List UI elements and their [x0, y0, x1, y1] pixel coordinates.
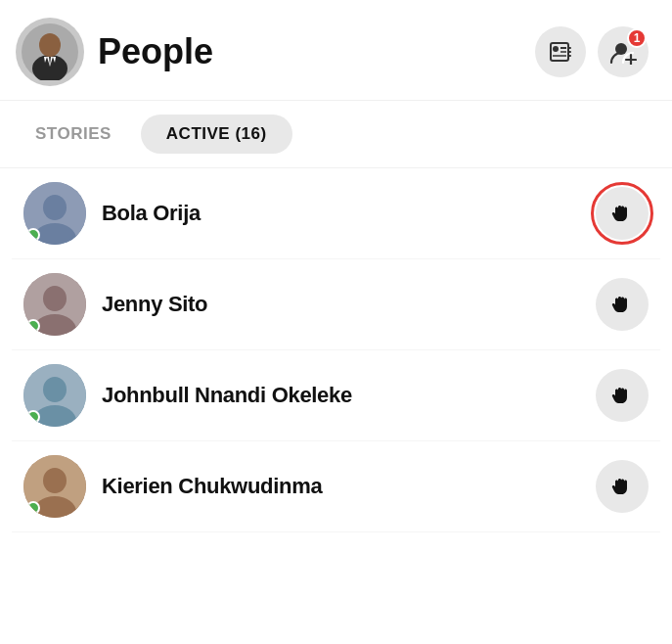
header-avatar: [16, 18, 84, 86]
header-actions: 1: [535, 26, 649, 77]
svg-rect-13: [568, 51, 571, 53]
tab-stories[interactable]: STORIES: [23, 116, 123, 152]
online-indicator: [26, 228, 40, 242]
online-indicator: [26, 319, 40, 333]
svg-point-28: [43, 468, 67, 493]
person-avatar: [23, 364, 86, 427]
svg-rect-8: [553, 46, 559, 52]
wave-hand-icon: [608, 291, 636, 318]
person-avatar: [23, 182, 86, 245]
tab-active[interactable]: ACTIVE (16): [141, 115, 292, 154]
person-name: Bola Orija: [102, 201, 596, 226]
person-avatar: [23, 273, 86, 336]
wave-button[interactable]: [596, 460, 649, 513]
person-avatar: [23, 455, 86, 518]
header-avatar-svg: [22, 23, 78, 80]
wave-button[interactable]: [596, 278, 649, 331]
person-row: Johnbull Nnandi Okeleke: [12, 350, 660, 441]
person-row: Kierien Chukwudinma: [12, 441, 660, 532]
wave-hand-icon: [608, 382, 636, 409]
svg-point-4: [39, 33, 61, 57]
svg-rect-12: [568, 47, 571, 49]
notification-badge: 1: [627, 28, 647, 48]
add-friend-button[interactable]: 1: [598, 26, 649, 77]
contacts-icon: [548, 39, 573, 65]
person-name: Jenny Sito: [102, 292, 596, 317]
online-indicator: [26, 501, 40, 515]
svg-point-25: [43, 377, 67, 402]
person-row: Jenny Sito: [12, 259, 660, 350]
header: People 1: [0, 0, 672, 101]
page-title: People: [98, 31, 535, 72]
wave-button[interactable]: [596, 369, 649, 422]
wave-hand-icon: [608, 200, 636, 227]
person-name: Kierien Chukwudinma: [102, 474, 596, 499]
tabs-bar: STORIES ACTIVE (16): [0, 101, 672, 168]
people-list: Bola Orija Jenny Sito: [0, 168, 672, 532]
svg-point-22: [43, 286, 67, 311]
contacts-button[interactable]: [535, 26, 586, 77]
wave-button[interactable]: [596, 187, 649, 240]
svg-rect-14: [568, 55, 571, 57]
online-indicator: [26, 410, 40, 424]
svg-point-19: [43, 195, 67, 220]
person-name: Johnbull Nnandi Okeleke: [102, 383, 596, 408]
wave-hand-icon: [608, 473, 636, 500]
person-row: Bola Orija: [12, 168, 660, 259]
